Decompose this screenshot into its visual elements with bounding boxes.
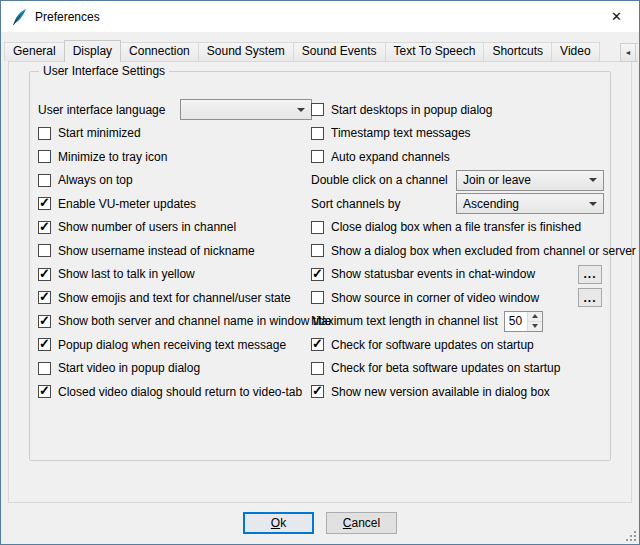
checkbox-label: Close dialog box when a file transfer is… <box>331 220 581 234</box>
checkbox-label: Check for beta software updates on start… <box>331 361 560 375</box>
cancel-button[interactable]: Cancel <box>326 512 397 534</box>
window-title: Preferences <box>35 10 100 24</box>
cancel-button-label: Cancel <box>343 516 380 530</box>
checkbox-new-version-dialog[interactable] <box>311 385 324 398</box>
row-close-filetransfer[interactable]: Close dialog box when a file transfer is… <box>311 216 604 240</box>
checkbox-statusbar-events[interactable] <box>311 268 324 281</box>
group-title: User Interface Settings <box>39 64 169 78</box>
row-show-user-count[interactable]: Show number of users in channel <box>38 216 312 240</box>
row-popup-text-message[interactable]: Popup dialog when receiving text message <box>38 333 312 357</box>
row-server-channel-title[interactable]: Show both server and channel name in win… <box>38 310 312 334</box>
row-minimize-to-tray[interactable]: Minimize to tray icon <box>38 145 312 169</box>
tab-video[interactable]: Video <box>551 42 599 61</box>
checkbox-label: Start desktops in popup dialog <box>331 103 492 117</box>
statusbar-events-check[interactable]: Show statusbar events in chat-window <box>311 267 535 281</box>
sort-channels-combobox[interactable]: Ascending <box>456 193 604 214</box>
checkbox-software-updates[interactable] <box>311 338 324 351</box>
max-text-length-row: Maximum text length in channel list 50 <box>311 310 604 334</box>
checkbox-beta-updates[interactable] <box>311 362 324 375</box>
ui-settings-group: User Interface Settings User interface l… <box>29 71 611 461</box>
language-label: User interface language <box>38 103 165 117</box>
checkbox-label: Start minimized <box>58 126 141 140</box>
double-click-row: Double click on a channel Join or leave <box>311 169 604 193</box>
video-source-check[interactable]: Show source in corner of video window <box>311 291 539 305</box>
tab-connection[interactable]: Connection <box>120 42 199 61</box>
checkbox-close-filetransfer[interactable] <box>311 221 324 234</box>
chevron-down-icon <box>589 202 597 206</box>
checkbox-excluded-dialog[interactable] <box>311 244 324 257</box>
sort-channels-row: Sort channels by Ascending <box>311 192 604 216</box>
tab-scroll-right-icon[interactable]: ► <box>635 43 638 62</box>
row-excluded-dialog[interactable]: Show a dialog box when excluded from cha… <box>311 239 604 263</box>
row-show-username[interactable]: Show username instead of nickname <box>38 239 312 263</box>
row-new-version-dialog[interactable]: Show new version available in dialog box <box>311 380 604 404</box>
row-software-updates[interactable]: Check for software updates on startup <box>311 333 604 357</box>
chevron-down-icon <box>297 108 305 112</box>
checkbox-video-popup[interactable] <box>38 362 51 375</box>
row-start-minimized[interactable]: Start minimized <box>38 122 312 146</box>
checkbox-label: Check for software updates on startup <box>331 338 534 352</box>
row-auto-expand[interactable]: Auto expand channels <box>311 145 604 169</box>
row-video-popup[interactable]: Start video in popup dialog <box>38 357 312 381</box>
tab-general[interactable]: General <box>4 42 65 61</box>
tab-sound-events[interactable]: Sound Events <box>293 42 386 61</box>
checkbox-desktops-popup[interactable] <box>311 103 324 116</box>
close-icon[interactable]: ✕ <box>594 1 639 32</box>
checkbox-vu-meter[interactable] <box>38 197 51 210</box>
spinner-down-button[interactable] <box>528 321 542 331</box>
checkbox-label: Closed video dialog should return to vid… <box>58 385 302 399</box>
row-desktops-popup[interactable]: Start desktops in popup dialog <box>311 98 604 122</box>
video-source-config-button[interactable]: ... <box>578 288 602 307</box>
row-timestamp-messages[interactable]: Timestamp text messages <box>311 122 604 146</box>
ok-button-label: Ok <box>271 516 286 530</box>
row-video-source-corner: Show source in corner of video window ..… <box>311 286 604 310</box>
checkbox-label: Show username instead of nickname <box>58 244 255 258</box>
checkbox-label: Show source in corner of video window <box>331 291 539 305</box>
ok-button[interactable]: Ok <box>243 512 314 534</box>
row-emoji-text-state[interactable]: Show emojis and text for channel/user st… <box>38 286 312 310</box>
spinner-up-button[interactable] <box>528 312 542 321</box>
checkbox-show-username[interactable] <box>38 244 51 257</box>
tab-text-to-speech[interactable]: Text To Speech <box>385 42 485 61</box>
resize-grip[interactable] <box>624 529 637 542</box>
max-text-length-spinner[interactable]: 50 <box>504 311 543 332</box>
checkbox-show-user-count[interactable] <box>38 221 51 234</box>
spinner-buttons <box>527 312 542 331</box>
language-combobox[interactable] <box>180 99 312 120</box>
checkbox-emoji-text-state[interactable] <box>38 291 51 304</box>
checkbox-video-source-corner[interactable] <box>311 291 324 304</box>
checkbox-always-on-top[interactable] <box>38 174 51 187</box>
max-text-length-value: 50 <box>505 312 527 331</box>
double-click-label: Double click on a channel <box>311 173 448 187</box>
tab-display[interactable]: Display <box>64 40 121 62</box>
tab-sound-system[interactable]: Sound System <box>198 42 294 61</box>
max-text-length-label: Maximum text length in channel list <box>311 314 498 328</box>
checkbox-video-return-tab[interactable] <box>38 385 51 398</box>
checkbox-timestamp-messages[interactable] <box>311 127 324 140</box>
triangle-up-icon <box>532 314 538 318</box>
sort-channels-value: Ascending <box>463 197 583 211</box>
tab-shortcuts[interactable]: Shortcuts <box>483 42 552 61</box>
tab-scroll-left-icon[interactable]: ◄ <box>620 43 636 62</box>
row-vu-meter[interactable]: Enable VU-meter updates <box>38 192 312 216</box>
checkbox-label: Auto expand channels <box>331 150 450 164</box>
row-last-talk-yellow[interactable]: Show last to talk in yellow <box>38 263 312 287</box>
checkbox-popup-text-message[interactable] <box>38 338 51 351</box>
checkbox-server-channel-title[interactable] <box>38 315 51 328</box>
tab-scroll-buttons: ◄ ► <box>620 43 638 62</box>
row-statusbar-events: Show statusbar events in chat-window ... <box>311 263 604 287</box>
statusbar-events-config-button[interactable]: ... <box>578 265 602 284</box>
preferences-dialog: Preferences ✕ General Display Connection… <box>0 0 640 545</box>
double-click-combobox[interactable]: Join or leave <box>456 170 604 191</box>
row-always-on-top[interactable]: Always on top <box>38 169 312 193</box>
language-row: User interface language <box>38 98 312 122</box>
checkbox-label: Show a dialog box when excluded from cha… <box>331 244 636 258</box>
row-video-return-tab[interactable]: Closed video dialog should return to vid… <box>38 380 312 404</box>
checkbox-label: Show statusbar events in chat-window <box>331 267 535 281</box>
checkbox-start-minimized[interactable] <box>38 127 51 140</box>
titlebar[interactable]: Preferences ✕ <box>1 1 639 32</box>
checkbox-last-talk-yellow[interactable] <box>38 268 51 281</box>
checkbox-auto-expand[interactable] <box>311 150 324 163</box>
row-beta-updates[interactable]: Check for beta software updates on start… <box>311 357 604 381</box>
checkbox-minimize-to-tray[interactable] <box>38 150 51 163</box>
